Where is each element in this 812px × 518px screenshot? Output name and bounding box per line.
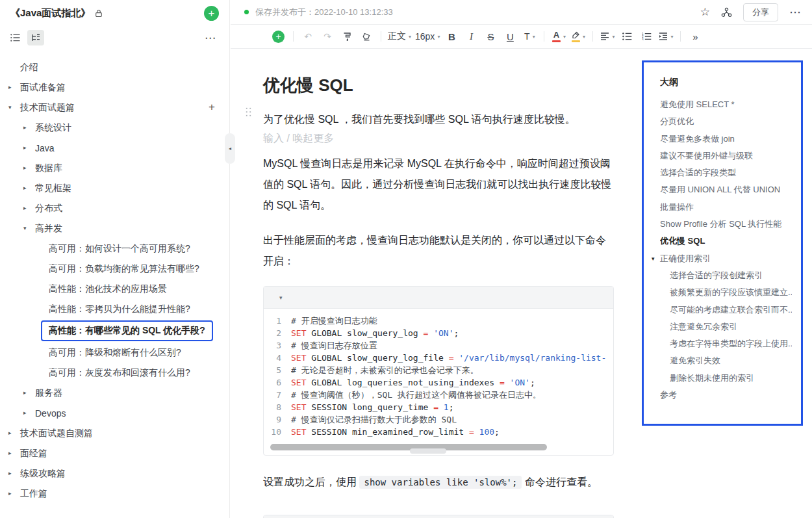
- block-drag-handle-icon[interactable]: [245, 107, 252, 117]
- outline-item[interactable]: 尽量用 UNION ALL 代替 UNION: [660, 181, 792, 198]
- sidebar-item[interactable]: 高性能：有哪些常见的 SQL 优化手段?: [0, 319, 229, 343]
- sidebar-item[interactable]: 高性能：零拷贝为什么能提升性能?: [0, 299, 229, 319]
- font-size-select[interactable]: 16px ▾: [415, 28, 440, 45]
- more-tools-button[interactable]: »: [687, 28, 703, 45]
- outline-item[interactable]: 尽量避免多表做 join: [660, 131, 792, 148]
- highlighter-icon: [572, 31, 580, 42]
- sidebar-more-button[interactable]: ⋯: [205, 31, 223, 45]
- chevron-right-icon[interactable]: ▸: [23, 205, 27, 211]
- format-painter-button[interactable]: [339, 28, 355, 45]
- sidebar-collapse-handle[interactable]: ◂: [225, 133, 235, 164]
- outline-item[interactable]: 优化慢 SQL: [660, 233, 792, 250]
- bullet-list-button[interactable]: [619, 28, 635, 45]
- chevron-right-icon[interactable]: ▸: [23, 185, 27, 191]
- insert-button[interactable]: +: [272, 31, 285, 43]
- sidebar-item[interactable]: ▸Java: [0, 138, 229, 158]
- outline-item[interactable]: 尽可能的考虑建立联合索引而不...: [660, 302, 792, 318]
- document[interactable]: 优化慢 SQL 为了优化慢 SQL ，我们首先要找到哪些 SQL 语句执行速度比…: [263, 49, 614, 518]
- chevron-right-icon[interactable]: ▸: [8, 450, 12, 456]
- outline-item[interactable]: 避免使用 SELECT *: [660, 96, 792, 113]
- strikethrough-button[interactable]: S: [483, 28, 498, 45]
- selected-item-box[interactable]: 高性能：有哪些常见的 SQL 优化手段?: [41, 320, 213, 341]
- star-icon[interactable]: ☆: [700, 5, 710, 19]
- paragraph[interactable]: 设置成功之后，使用 show variables like 'slow%'; 命…: [263, 472, 614, 493]
- doc-title[interactable]: 优化慢 SQL: [263, 74, 614, 96]
- clear-format-button[interactable]: [359, 28, 374, 45]
- chevron-right-icon[interactable]: ▸: [23, 124, 27, 131]
- chevron-right-icon[interactable]: ▸: [23, 164, 27, 171]
- outline-item[interactable]: Show Profile 分析 SQL 执行性能: [660, 216, 792, 233]
- code-horizontal-scrollbar[interactable]: [270, 444, 547, 450]
- font-color-select[interactable]: A ▾: [551, 28, 566, 45]
- highlight-color-select[interactable]: ▾: [570, 28, 586, 45]
- paragraph[interactable]: MySQL 慢查询日志是用来记录 MySQL 在执行命令中，响应时间超过预设阈值…: [263, 153, 614, 216]
- sidebar-item[interactable]: ▸分布式: [0, 198, 229, 218]
- sidebar-item[interactable]: 介绍: [0, 57, 229, 77]
- outline-item[interactable]: 注意避免冗余索引: [660, 318, 792, 335]
- redo-button[interactable]: ↷: [320, 28, 335, 45]
- chevron-right-icon[interactable]: ▸: [8, 470, 12, 476]
- chevron-right-icon[interactable]: ▸: [8, 84, 12, 90]
- sidebar-item[interactable]: ▸工作篇: [0, 484, 229, 504]
- sidebar-item[interactable]: ▸服务器: [0, 383, 229, 403]
- collapse-code-icon[interactable]: ▾: [279, 294, 283, 301]
- paragraph-style-select[interactable]: 正文 ▾: [388, 28, 411, 45]
- chevron-down-icon[interactable]: ▾: [652, 250, 655, 267]
- text-style-select[interactable]: T ▾: [522, 28, 537, 45]
- chevron-right-icon[interactable]: ▸: [23, 389, 27, 396]
- outline-item[interactable]: 参考: [660, 387, 792, 404]
- sidebar-item[interactable]: 高可用：如何设计一个高可用系统?: [0, 239, 229, 259]
- outline-item[interactable]: 避免索引失效: [660, 352, 792, 369]
- sidebar-item[interactable]: ▸系统设计: [0, 118, 229, 138]
- sidebar-item[interactable]: ▸技术面试题自测篇: [0, 423, 229, 443]
- align-select[interactable]: ▾: [600, 28, 615, 45]
- sidebar-item[interactable]: 高可用：降级和熔断有什么区别?: [0, 343, 229, 363]
- share-button[interactable]: 分享: [743, 3, 778, 21]
- sidebar-item[interactable]: ▸面试准备篇: [0, 77, 229, 97]
- outline-item[interactable]: 选择合适的字段类型: [660, 164, 792, 181]
- chevron-down-icon[interactable]: ▾: [23, 225, 27, 231]
- outline-item[interactable]: 分页优化: [660, 113, 792, 130]
- sidebar-item[interactable]: ▸常见框架: [0, 178, 229, 198]
- sidebar-item[interactable]: ▸Devops: [0, 403, 229, 423]
- new-doc-button[interactable]: +: [204, 6, 219, 21]
- editor-horizontal-scrollbar[interactable]: [410, 448, 446, 454]
- outline-item[interactable]: ▾正确使用索引: [660, 250, 792, 267]
- editor-content: 优化慢 SQL 为了优化慢 SQL ，我们首先要找到哪些 SQL 语句执行速度比…: [231, 49, 812, 518]
- chevron-right-icon[interactable]: ▸: [23, 144, 27, 151]
- sidebar-item[interactable]: 高性能：池化技术的应用场景: [0, 279, 229, 299]
- sidebar-item-label: 面经篇: [20, 448, 47, 460]
- outline-item-label: Show Profile 分析 SQL 执行性能: [660, 219, 781, 229]
- sidebar-item[interactable]: ▾技术面试题篇+: [0, 97, 229, 118]
- sidebar-item[interactable]: ▸练级攻略篇: [0, 463, 229, 484]
- chevron-right-icon[interactable]: ▸: [23, 409, 27, 416]
- outline-item[interactable]: 选择合适的字段创建索引: [660, 267, 792, 284]
- sidebar-item[interactable]: 高可用：负载均衡的常见算法有哪些?: [0, 259, 229, 279]
- ordered-list-button[interactable]: 123: [639, 28, 654, 45]
- tree-view-button[interactable]: [27, 30, 44, 45]
- outline-item[interactable]: 删除长期未使用的索引: [660, 370, 792, 387]
- outline-item[interactable]: 被频繁更新的字段应该慎重建立...: [660, 284, 792, 301]
- more-actions-button[interactable]: ⋯: [789, 5, 802, 19]
- outline-item[interactable]: 批量操作: [660, 199, 792, 216]
- chevron-right-icon[interactable]: ▸: [8, 430, 12, 436]
- list-view-button[interactable]: [6, 30, 23, 45]
- outline-item[interactable]: 考虑在字符串类型的字段上使用...: [660, 335, 792, 352]
- paragraph[interactable]: 出于性能层面的考虑，慢查询日志功能默认是关闭的，你可以通过以下命令开启：: [263, 230, 614, 272]
- italic-button[interactable]: I: [463, 28, 479, 45]
- sidebar-item[interactable]: 高可用：灰度发布和回滚有什么用?: [0, 363, 229, 383]
- sidebar-item[interactable]: ▾高并发: [0, 218, 229, 239]
- indent-select[interactable]: ▾: [658, 28, 674, 45]
- outline-item[interactable]: 建议不要使用外键与级联: [660, 148, 792, 164]
- collaboration-icon[interactable]: [721, 7, 732, 18]
- paragraph[interactable]: 为了优化慢 SQL ，我们首先要找到哪些 SQL 语句执行速度比较慢。: [263, 109, 614, 130]
- sidebar-item[interactable]: ▸面经篇: [0, 443, 229, 463]
- add-child-doc-icon[interactable]: +: [209, 101, 215, 114]
- chevron-right-icon[interactable]: ▸: [8, 490, 12, 497]
- sidebar-item[interactable]: ▸数据库: [0, 158, 229, 178]
- bold-button[interactable]: B: [444, 28, 459, 45]
- editor-placeholder[interactable]: 输入 / 唤起更多: [263, 130, 614, 147]
- underline-button[interactable]: U: [502, 28, 518, 45]
- undo-button[interactable]: ↶: [300, 28, 316, 45]
- chevron-down-icon[interactable]: ▾: [8, 104, 12, 110]
